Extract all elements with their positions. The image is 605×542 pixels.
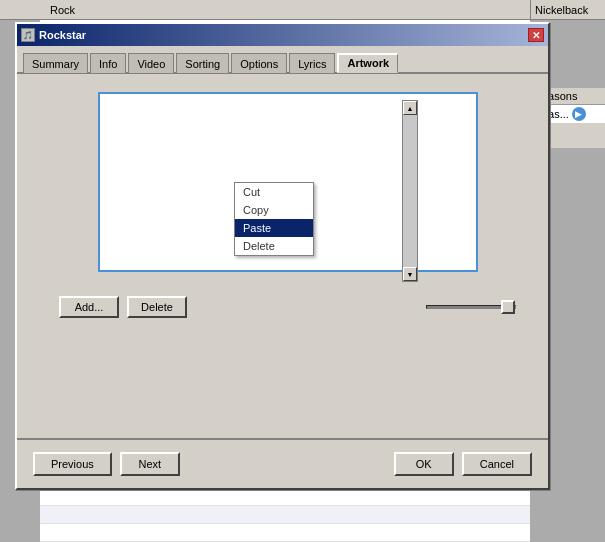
tab-artwork[interactable]: Artwork (337, 53, 398, 73)
ok-button[interactable]: OK (394, 452, 454, 476)
cancel-button[interactable]: Cancel (462, 452, 532, 476)
slider-thumb[interactable] (501, 300, 515, 314)
tab-video[interactable]: Video (128, 53, 174, 73)
delete-button[interactable]: Delete (127, 296, 187, 318)
context-menu: Cut Copy Paste Delete (234, 182, 314, 256)
footer-left-buttons: Previous Next (33, 452, 180, 476)
nickelback-label: Nickelback (530, 0, 605, 20)
tab-sorting[interactable]: Sorting (176, 53, 229, 73)
context-menu-copy[interactable]: Copy (235, 201, 313, 219)
tab-options[interactable]: Options (231, 53, 287, 73)
scroll-up-icon: ▲ (407, 105, 414, 112)
tab-info[interactable]: Info (90, 53, 126, 73)
zoom-slider[interactable] (426, 305, 516, 309)
dialog-footer: Previous Next OK Cancel (17, 438, 548, 488)
scroll-down-icon: ▼ (407, 271, 414, 278)
artwork-scrollbar[interactable]: ▲ ▼ (402, 100, 418, 282)
context-menu-delete[interactable]: Delete (235, 237, 313, 255)
footer-right-buttons: OK Cancel (394, 452, 532, 476)
artwork-content: ▲ ▼ Cut Copy Paste Delete Add... Delete (17, 74, 548, 434)
scroll-down-button[interactable]: ▼ (403, 267, 417, 281)
app-icon: 🎵 (21, 28, 35, 42)
tab-summary[interactable]: Summary (23, 53, 88, 73)
next-button[interactable]: Next (120, 452, 180, 476)
slider-container (426, 305, 516, 309)
dialog-title: Rockstar (39, 29, 86, 41)
close-button[interactable]: ✕ (528, 28, 544, 42)
tab-lyrics[interactable]: Lyrics (289, 53, 335, 73)
artwork-controls: Add... Delete (29, 288, 536, 326)
title-bar: 🎵 Rockstar ✕ (17, 24, 548, 46)
context-menu-paste[interactable]: Paste (235, 219, 313, 237)
rock-tab-label: Rock (45, 0, 525, 20)
scroll-up-button[interactable]: ▲ (403, 101, 417, 115)
title-bar-left: 🎵 Rockstar (21, 28, 86, 42)
reasons-arrow-icon: ▶ (572, 107, 586, 121)
add-button[interactable]: Add... (59, 296, 119, 318)
scroll-track (403, 115, 417, 267)
context-menu-cut[interactable]: Cut (235, 183, 313, 201)
tab-bar: Summary Info Video Sorting Options Lyric… (17, 46, 548, 74)
previous-button[interactable]: Previous (33, 452, 112, 476)
main-dialog: 🎵 Rockstar ✕ Summary Info Video Sorting … (15, 22, 550, 490)
